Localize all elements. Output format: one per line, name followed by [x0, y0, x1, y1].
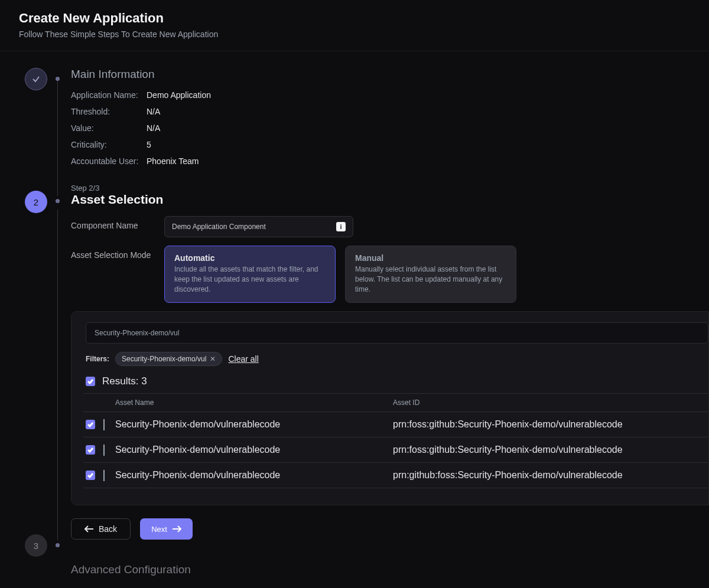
results-count: Results: 3 — [102, 375, 147, 387]
app-name-value: Demo Application — [147, 87, 211, 103]
check-icon — [87, 422, 93, 427]
main-info-title: Main Information — [71, 68, 690, 81]
check-icon — [32, 75, 40, 83]
asset-id: prn:github:foss:Security-Phoenix-demo/vu… — [393, 470, 706, 481]
value-label: Value: — [71, 120, 147, 136]
user-label: Accountable User: — [71, 153, 147, 169]
filter-chip[interactable]: Security-Phoenix-demo/vul ✕ — [115, 352, 222, 366]
value-value: N/A — [147, 120, 160, 136]
step-1-bubble[interactable] — [25, 68, 47, 90]
page-subtitle: Follow These Simple Steps To Create New … — [19, 30, 690, 39]
mode-manual[interactable]: Manual Manually select individual assets… — [345, 246, 516, 303]
step-dot — [56, 199, 60, 203]
page-title: Create New Application — [19, 11, 690, 26]
page-header: Create New Application Follow These Simp… — [0, 0, 709, 51]
step-2-bubble[interactable]: 2 — [25, 191, 47, 213]
threshold-label: Threshold: — [71, 103, 147, 120]
chevron-right-icon[interactable] — [103, 419, 105, 430]
asset-id: prn:foss:github:Security-Phoenix-demo/vu… — [393, 445, 706, 455]
mode-automatic[interactable]: Automatic Include all the assets that ma… — [164, 246, 336, 303]
threshold-value: N/A — [147, 103, 160, 120]
component-name-value: Demo Application Component — [172, 223, 266, 231]
back-label: Back — [99, 524, 117, 534]
step-dot — [56, 77, 60, 81]
arrow-right-icon — [172, 525, 181, 533]
asset-id: prn:foss:github:Security-Phoenix-demo/vu… — [393, 419, 706, 430]
next-button[interactable]: Next — [140, 518, 193, 540]
close-icon[interactable]: ✕ — [210, 355, 216, 363]
mode-manual-desc: Manually select individual assets from t… — [355, 264, 506, 294]
step-dot — [56, 543, 60, 547]
row-checkbox[interactable] — [86, 471, 95, 480]
asset-name: Security-Phoenix-demo/vulnerablecode — [115, 470, 393, 481]
check-icon — [87, 472, 93, 478]
user-value: Phoenix Team — [147, 153, 199, 169]
info-icon[interactable]: i — [336, 222, 346, 231]
chevron-right-icon[interactable] — [103, 445, 105, 456]
back-button[interactable]: Back — [71, 518, 131, 540]
asset-selection-title: Asset Selection — [71, 192, 690, 207]
criticality-value: 5 — [147, 136, 151, 153]
chevron-right-icon[interactable] — [103, 470, 105, 481]
mode-automatic-desc: Include all the assets that match the fi… — [174, 264, 326, 294]
criticality-label: Criticality: — [71, 136, 147, 153]
filters-label: Filters: — [86, 355, 109, 363]
next-label: Next — [151, 525, 167, 534]
search-input[interactable]: Security-Phoenix-demo/vul — [86, 322, 708, 344]
step-line — [57, 81, 58, 196]
results-panel: Security-Phoenix-demo/vul Filters: Secur… — [71, 311, 709, 505]
col-asset-name: Asset Name — [115, 398, 393, 407]
step-line — [57, 210, 58, 540]
mode-label: Asset Selection Mode — [71, 246, 164, 260]
table-header: Asset Name Asset ID — [83, 393, 708, 412]
check-icon — [87, 378, 93, 384]
component-name-label: Component Name — [71, 216, 164, 230]
asset-name: Security-Phoenix-demo/vulnerablecode — [115, 419, 393, 430]
asset-selection-section: Step 2/3 Asset Selection Component Name … — [71, 184, 690, 540]
step-3-bubble[interactable]: 3 — [25, 534, 47, 557]
mode-manual-title: Manual — [355, 253, 506, 263]
table-row[interactable]: Security-Phoenix-demo/vulnerablecode prn… — [83, 463, 708, 488]
asset-name: Security-Phoenix-demo/vulnerablecode — [115, 445, 393, 455]
app-name-label: Application Name: — [71, 87, 147, 103]
stepper: 2 3 — [19, 68, 61, 576]
row-checkbox[interactable] — [86, 420, 95, 429]
arrow-left-icon — [84, 525, 94, 533]
mode-automatic-title: Automatic — [174, 253, 326, 263]
advanced-config-title: Advanced Configuration — [71, 563, 690, 576]
step-label: Step 2/3 — [71, 184, 690, 192]
check-icon — [87, 447, 93, 453]
clear-all-link[interactable]: Clear all — [228, 354, 258, 364]
row-checkbox[interactable] — [86, 445, 95, 455]
select-all-checkbox[interactable] — [86, 377, 95, 386]
component-name-input[interactable]: Demo Application Component i — [164, 216, 353, 237]
filter-chip-text: Security-Phoenix-demo/vul — [122, 355, 206, 363]
col-asset-id: Asset ID — [393, 398, 706, 407]
advanced-configuration-section: Advanced Configuration — [71, 563, 690, 576]
table-row[interactable]: Security-Phoenix-demo/vulnerablecode prn… — [83, 437, 708, 463]
table-row[interactable]: Security-Phoenix-demo/vulnerablecode prn… — [83, 412, 708, 437]
main-information-section: Main Information Application Name: Demo … — [71, 68, 690, 169]
